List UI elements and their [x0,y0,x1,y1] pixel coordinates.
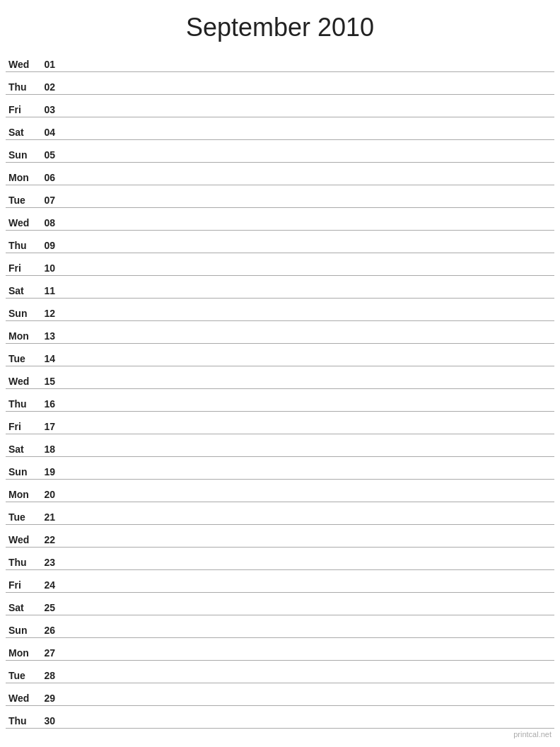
watermark: printcal.net [513,730,552,739]
day-row: Thu16 [6,389,554,412]
day-row: Sat18 [6,434,554,457]
day-number: 08 [35,217,55,228]
day-row: Tue14 [6,344,554,366]
day-row: Sun26 [6,615,554,638]
day-name: Sat [6,127,35,138]
day-line [61,678,554,678]
day-line [61,632,554,633]
day-row: Wed01 [6,50,554,72]
day-number: 30 [35,715,55,726]
day-name: Fri [6,104,35,115]
day-name: Thu [6,240,35,251]
day-line [61,406,554,407]
day-name: Mon [6,330,35,342]
day-line [61,180,554,180]
day-number: 16 [35,398,55,410]
day-number: 25 [35,602,55,613]
day-row: Wed22 [6,525,554,548]
day-line [61,474,554,475]
day-number: 17 [35,421,55,432]
day-number: 05 [35,149,55,161]
day-line [61,134,554,135]
calendar-list: Wed01Thu02Fri03Sat04Sun05Mon06Tue07Wed08… [0,50,560,729]
day-name: Thu [6,715,35,726]
day-line [61,225,554,226]
day-name: Tue [6,353,35,364]
day-line [61,89,554,90]
day-row: Wed15 [6,366,554,389]
day-name: Sat [6,444,35,455]
day-row: Thu09 [6,231,554,253]
day-number: 11 [35,285,55,296]
day-line [61,202,554,203]
day-row: Tue21 [6,502,554,525]
day-number: 03 [35,104,55,115]
day-row: Mon27 [6,638,554,661]
day-line [61,700,554,701]
day-row: Sun19 [6,457,554,480]
day-name: Sat [6,285,35,296]
day-row: Sat04 [6,117,554,140]
day-name: Fri [6,262,35,274]
day-name: Thu [6,81,35,93]
day-name: Sun [6,466,35,477]
day-name: Sun [6,149,35,161]
day-row: Wed29 [6,683,554,706]
day-name: Wed [6,534,35,545]
day-line [61,112,554,112]
day-row: Sat25 [6,593,554,615]
day-row: Mon20 [6,480,554,502]
day-name: Sun [6,625,35,636]
day-number: 29 [35,693,55,704]
day-row: Fri10 [6,253,554,276]
day-number: 12 [35,308,55,319]
day-line [61,564,554,565]
day-line [61,248,554,248]
day-name: Wed [6,693,35,704]
day-number: 23 [35,557,55,568]
day-line [61,542,554,543]
day-row: Fri24 [6,570,554,593]
day-number: 09 [35,240,55,251]
day-number: 20 [35,489,55,500]
day-row: Sun05 [6,140,554,163]
day-name: Wed [6,217,35,228]
day-name: Sun [6,308,35,319]
day-number: 02 [35,81,55,93]
day-line [61,383,554,384]
day-row: Tue07 [6,185,554,208]
day-name: Thu [6,557,35,568]
day-name: Fri [6,421,35,432]
day-line [61,587,554,588]
day-number: 14 [35,353,55,364]
day-line [61,293,554,294]
day-name: Tue [6,195,35,206]
day-line [61,429,554,429]
day-name: Mon [6,647,35,659]
day-line [61,66,554,67]
day-name: Mon [6,172,35,183]
day-row: Thu23 [6,548,554,570]
day-row: Sun12 [6,299,554,321]
day-row: Mon13 [6,321,554,344]
day-line [61,519,554,520]
day-line [61,315,554,316]
day-line [61,157,554,158]
day-number: 26 [35,625,55,636]
day-row: Thu02 [6,72,554,95]
day-name: Mon [6,489,35,500]
day-row: Wed08 [6,208,554,231]
day-number: 13 [35,330,55,342]
day-number: 19 [35,466,55,477]
day-name: Sat [6,602,35,613]
day-name: Tue [6,670,35,681]
day-number: 10 [35,262,55,274]
day-row: Fri03 [6,95,554,117]
day-number: 18 [35,444,55,455]
day-line [61,338,554,339]
day-number: 06 [35,172,55,183]
day-row: Tue28 [6,661,554,683]
day-number: 21 [35,511,55,523]
day-number: 15 [35,376,55,387]
day-row: Mon06 [6,163,554,185]
